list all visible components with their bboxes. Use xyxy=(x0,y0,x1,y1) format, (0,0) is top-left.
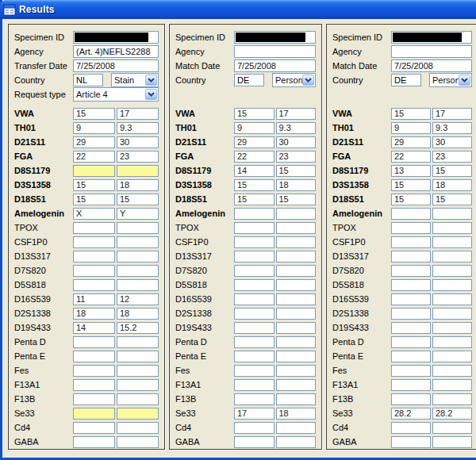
allele-cell-gaba-2[interactable] xyxy=(276,436,317,448)
allele-cell-fes-2[interactable] xyxy=(276,365,317,377)
allele-cell-d13s317-2[interactable] xyxy=(276,251,317,263)
allele-cell-d2s1338-2[interactable] xyxy=(276,308,317,320)
allele-cell-d7s820-1[interactable] xyxy=(391,265,431,277)
allele-cell-d21s11-1[interactable] xyxy=(234,136,274,148)
allele-cell-csf1p0-2[interactable] xyxy=(276,236,317,248)
allele-cell-fga-2[interactable] xyxy=(432,151,472,163)
country-code-field[interactable] xyxy=(391,74,421,86)
allele-cell-d16s539-1[interactable] xyxy=(391,293,431,305)
allele-cell-f13a1-2[interactable] xyxy=(117,379,159,391)
allele-cell-fga-1[interactable] xyxy=(73,151,115,163)
allele-cell-penta-e-1[interactable] xyxy=(391,351,431,362)
allele-cell-tpox-2[interactable] xyxy=(432,222,472,234)
allele-cell-d3s1358-1[interactable] xyxy=(391,179,431,191)
allele-cell-d8s1179-1[interactable] xyxy=(234,165,274,177)
allele-cell-fga-1[interactable] xyxy=(391,151,431,163)
allele-cell-d18s51-1[interactable] xyxy=(73,194,115,205)
allele-cell-csf1p0-1[interactable] xyxy=(391,236,431,248)
allele-cell-fes-2[interactable] xyxy=(432,365,472,377)
specimen-id-field[interactable] xyxy=(391,31,472,44)
allele-cell-fes-2[interactable] xyxy=(117,365,159,377)
allele-cell-d5s818-1[interactable] xyxy=(73,279,115,291)
allele-cell-cd4-1[interactable] xyxy=(73,422,115,434)
allele-cell-penta-d-1[interactable] xyxy=(73,336,115,348)
allele-cell-csf1p0-1[interactable] xyxy=(234,236,274,248)
allele-cell-cd4-2[interactable] xyxy=(117,422,159,434)
allele-cell-cd4-1[interactable] xyxy=(391,422,431,434)
allele-cell-d3s1358-2[interactable] xyxy=(432,179,472,191)
allele-cell-d5s818-2[interactable] xyxy=(432,279,472,291)
allele-cell-th01-2[interactable] xyxy=(276,122,317,134)
allele-cell-d2s1338-1[interactable] xyxy=(73,308,115,320)
allele-cell-gaba-1[interactable] xyxy=(73,436,115,448)
agency-field[interactable] xyxy=(73,45,159,58)
allele-cell-penta-d-2[interactable] xyxy=(117,336,159,348)
allele-cell-d8s1179-1[interactable] xyxy=(391,165,431,177)
allele-cell-d5s818-2[interactable] xyxy=(117,279,159,291)
allele-cell-d19s433-1[interactable] xyxy=(234,322,274,334)
allele-cell-d8s1179-2[interactable] xyxy=(276,165,317,177)
agency-field[interactable] xyxy=(234,45,316,58)
allele-cell-d5s818-2[interactable] xyxy=(276,279,317,291)
allele-cell-gaba-2[interactable] xyxy=(117,436,159,448)
allele-cell-d2s1338-1[interactable] xyxy=(234,308,274,320)
transfer-date-field[interactable] xyxy=(73,59,159,72)
allele-cell-d19s433-1[interactable] xyxy=(391,322,431,334)
allele-cell-amelogenin-2[interactable] xyxy=(276,208,317,220)
allele-cell-vwa-1[interactable] xyxy=(234,108,274,120)
allele-cell-fes-1[interactable] xyxy=(73,365,115,377)
allele-cell-d3s1358-1[interactable] xyxy=(73,179,115,191)
allele-cell-f13a1-1[interactable] xyxy=(73,379,115,391)
allele-cell-tpox-1[interactable] xyxy=(391,222,431,234)
allele-cell-tpox-1[interactable] xyxy=(73,222,115,234)
allele-cell-d7s820-1[interactable] xyxy=(234,265,274,277)
allele-cell-d18s51-2[interactable] xyxy=(117,194,159,205)
allele-cell-d13s317-1[interactable] xyxy=(234,251,274,263)
allele-cell-se33-2[interactable] xyxy=(276,408,317,420)
allele-cell-gaba-1[interactable] xyxy=(234,436,274,448)
allele-cell-vwa-1[interactable] xyxy=(73,108,115,120)
allele-cell-f13b-1[interactable] xyxy=(234,393,274,405)
allele-cell-d16s539-2[interactable] xyxy=(432,293,472,305)
allele-cell-d16s539-1[interactable] xyxy=(234,293,274,305)
allele-cell-se33-1[interactable] xyxy=(73,408,115,420)
allele-cell-f13b-2[interactable] xyxy=(432,393,472,405)
allele-cell-gaba-1[interactable] xyxy=(391,436,431,448)
match-date-field[interactable] xyxy=(391,59,472,72)
allele-cell-vwa-2[interactable] xyxy=(432,108,472,120)
allele-cell-se33-2[interactable] xyxy=(432,408,472,420)
allele-cell-amelogenin-2[interactable] xyxy=(117,208,159,220)
allele-cell-penta-d-1[interactable] xyxy=(391,336,431,348)
allele-cell-d21s11-2[interactable] xyxy=(432,136,472,148)
allele-cell-fga-1[interactable] xyxy=(234,151,274,163)
allele-cell-th01-2[interactable] xyxy=(117,122,159,134)
allele-cell-d19s433-2[interactable] xyxy=(117,322,159,334)
allele-cell-csf1p0-1[interactable] xyxy=(73,236,115,248)
specimen-id-field[interactable] xyxy=(73,31,159,44)
allele-cell-penta-e-2[interactable] xyxy=(117,351,159,362)
allele-cell-vwa-2[interactable] xyxy=(117,108,159,120)
chevron-down-icon[interactable] xyxy=(302,75,314,86)
allele-cell-fes-1[interactable] xyxy=(234,365,274,377)
allele-cell-f13a1-1[interactable] xyxy=(234,379,274,391)
allele-cell-csf1p0-2[interactable] xyxy=(117,236,159,248)
specimen-type-combo[interactable]: Person xyxy=(272,73,316,87)
allele-cell-d18s51-1[interactable] xyxy=(391,194,431,205)
allele-cell-amelogenin-1[interactable] xyxy=(73,208,115,220)
allele-cell-d8s1179-1[interactable] xyxy=(73,165,115,177)
allele-cell-penta-d-1[interactable] xyxy=(234,336,274,348)
allele-cell-d18s51-2[interactable] xyxy=(432,194,472,205)
allele-cell-d7s820-2[interactable] xyxy=(432,265,472,277)
allele-cell-d13s317-1[interactable] xyxy=(73,251,115,263)
allele-cell-d5s818-1[interactable] xyxy=(391,279,431,291)
allele-cell-cd4-1[interactable] xyxy=(234,422,274,434)
allele-cell-vwa-1[interactable] xyxy=(391,108,431,120)
chevron-down-icon[interactable] xyxy=(145,75,157,86)
allele-cell-d3s1358-1[interactable] xyxy=(234,179,274,191)
allele-cell-cd4-2[interactable] xyxy=(432,422,472,434)
allele-cell-gaba-2[interactable] xyxy=(432,436,472,448)
allele-cell-f13b-1[interactable] xyxy=(391,393,431,405)
allele-cell-f13a1-2[interactable] xyxy=(276,379,317,391)
allele-cell-d7s820-2[interactable] xyxy=(276,265,317,277)
chevron-down-icon[interactable] xyxy=(459,75,470,86)
